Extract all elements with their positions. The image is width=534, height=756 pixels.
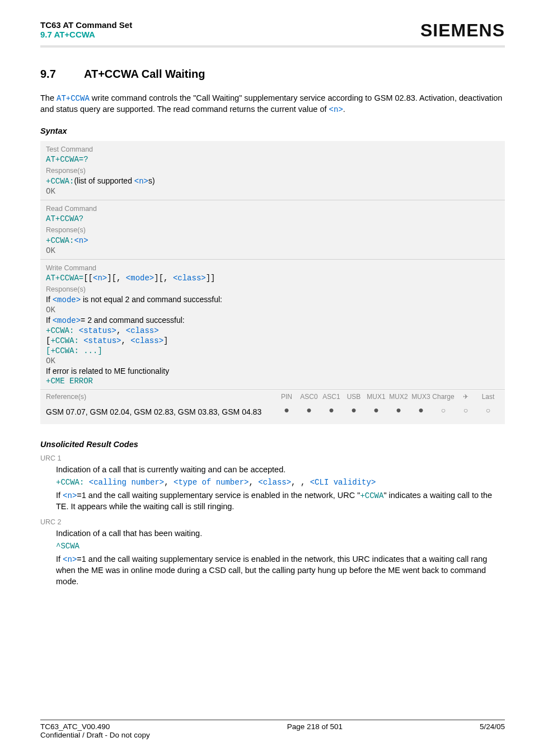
- dot-last: ○: [477, 406, 499, 415]
- test-resp-label: Response(s): [46, 165, 499, 176]
- page-header: TC63 AT Command Set 9.7 AT+CCWA SIEMENS: [40, 20, 505, 41]
- read-resp-label: Response(s): [46, 224, 499, 235]
- write-if1-a: If: [46, 295, 53, 304]
- urc1-calling[interactable]: <calling number>: [89, 478, 164, 487]
- urc1-type[interactable]: <type of number>: [174, 478, 249, 487]
- urc1-label: URC 1: [40, 454, 505, 462]
- write-cmd: AT+CCWA=[[<n>][, <mode>][, <class>]]: [46, 273, 499, 283]
- write-cme: +CME ERROR: [46, 376, 499, 386]
- footer-left1: TC63_ATC_V00.490: [40, 722, 150, 731]
- test-label: Test Command: [46, 143, 499, 154]
- dot-pin: ●: [275, 405, 298, 415]
- refs-grid-header: PIN ASC0 ASC1 USB MUX1 MUX2 MUX3 Charge …: [275, 393, 499, 401]
- intro-pre: The: [40, 93, 57, 102]
- read-cmd: AT+CCWA?: [46, 214, 499, 224]
- write-ccwa1: +CCWA:: [46, 326, 79, 335]
- refs-grid-dots: ● ● ● ● ● ● ● ○ ○ ○: [275, 405, 499, 415]
- write-mode[interactable]: <mode>: [126, 274, 154, 283]
- write-if1-b: is not equal 2 and command successful:: [81, 295, 222, 304]
- col-usb: USB: [343, 393, 365, 401]
- read-ok: OK: [46, 246, 499, 256]
- doc-title: TC63 AT Command Set: [40, 20, 132, 30]
- write-if1-mode[interactable]: <mode>: [53, 295, 81, 304]
- test-resp-pre: +CCWA:: [46, 177, 74, 186]
- urc1-body: Indication of a call that is currently w…: [40, 464, 505, 513]
- write-if2: If <mode>= 2 and command successful:: [46, 315, 499, 326]
- urc1-code-pre: +CCWA:: [56, 478, 89, 487]
- col-last: Last: [477, 393, 499, 401]
- doc-section-ref: 9.7 AT+CCWA: [40, 30, 132, 39]
- write-ok2: OK: [46, 356, 499, 366]
- write-ccwa-dots: [+CCWA: ...]: [46, 346, 499, 356]
- footer-center: Page 218 of 501: [287, 722, 343, 731]
- dot-mux1: ●: [365, 405, 387, 415]
- write-if2-b: = 2 and command successful:: [81, 316, 185, 325]
- footer-right: 5/24/05: [480, 722, 505, 731]
- test-ok: OK: [46, 186, 499, 196]
- section-number: 9.7: [40, 68, 84, 81]
- write-ok1: OK: [46, 305, 499, 315]
- urc1-p2n[interactable]: <n>: [63, 491, 77, 500]
- write-cmd-pre: AT+CCWA=: [46, 274, 83, 283]
- intro-mid: write command controls the "Call Waiting…: [40, 93, 502, 114]
- col-asc0: ASC0: [298, 393, 320, 401]
- test-resp-mid: (list of supported: [74, 176, 134, 185]
- atccwa-link[interactable]: AT+CCWA: [57, 94, 90, 103]
- section-title: AT+CCWA Call Waiting: [84, 68, 205, 80]
- dot-mux3: ●: [410, 405, 432, 415]
- urc1-p2b: =1 and the call waiting supplementary se…: [77, 491, 360, 500]
- urc1-p2c: +CCWA: [360, 491, 383, 500]
- write-status2[interactable]: <status>: [83, 336, 121, 345]
- write-status1[interactable]: <status>: [79, 326, 116, 335]
- urc1-cli[interactable]: <CLI validity>: [310, 478, 376, 487]
- urc2-p2b: =1 and the call waiting supplementary se…: [56, 555, 487, 585]
- intro-end: .: [343, 105, 345, 114]
- urc2-label: URC 2: [40, 518, 505, 526]
- read-resp-pre: +CCWA:: [46, 236, 74, 245]
- dot-usb: ●: [343, 405, 365, 415]
- col-mux3: MUX3: [410, 393, 432, 401]
- urc2-code: ^SCWA: [56, 541, 505, 552]
- page-footer: TC63_ATC_V00.490 Confidential / Draft - …: [40, 720, 505, 739]
- col-charge: Charge: [432, 393, 455, 401]
- urc1-desc: Indication of a call that is currently w…: [56, 464, 505, 476]
- urc1-p2: If <n>=1 and the call waiting supplement…: [56, 490, 505, 512]
- read-label: Read Command: [46, 203, 499, 214]
- write-class1[interactable]: <class>: [126, 326, 159, 335]
- dot-mux2: ●: [387, 405, 410, 415]
- test-resp-n[interactable]: <n>: [134, 177, 148, 186]
- refs-label: Reference(s): [46, 393, 86, 401]
- col-mux1: MUX1: [365, 393, 387, 401]
- write-ccwa-line1: +CCWA: <status>, <class>: [46, 326, 499, 336]
- write-command-block: Write Command AT+CCWA=[[<n>][, <mode>][,…: [40, 260, 505, 390]
- read-command-block: Read Command AT+CCWA? Response(s) +CCWA:…: [40, 200, 505, 260]
- urc2-desc: Indication of a call that has been waiti…: [56, 528, 505, 539]
- syntax-heading: Syntax: [40, 126, 505, 135]
- urc2-p2n[interactable]: <n>: [63, 555, 77, 564]
- col-airplane-icon: ✈: [455, 393, 477, 401]
- write-ccwa-line2: [+CCWA: <status>, <class>]: [46, 336, 499, 346]
- refs-text: GSM 07.07, GSM 02.04, GSM 02.83, GSM 03.…: [46, 405, 275, 419]
- dot-charge: ○: [432, 406, 455, 415]
- write-class2b[interactable]: <class>: [130, 336, 163, 345]
- header-rule: [40, 45, 505, 48]
- dot-asc0: ●: [298, 405, 320, 415]
- write-class[interactable]: <class>: [173, 274, 206, 283]
- siemens-logo: SIEMENS: [420, 20, 505, 41]
- urc2-body: Indication of a call that has been waiti…: [40, 528, 505, 587]
- urc2-p2: If <n>=1 and the call waiting supplement…: [56, 554, 505, 587]
- read-resp-n[interactable]: <n>: [74, 236, 88, 245]
- urc1-class[interactable]: <class>: [258, 478, 291, 487]
- test-resp: +CCWA:(list of supported <n>s): [46, 176, 499, 186]
- write-resp-label: Response(s): [46, 283, 499, 294]
- read-resp: +CCWA:<n>: [46, 235, 499, 246]
- n-link[interactable]: <n>: [329, 105, 343, 114]
- write-if2-mode[interactable]: <mode>: [53, 316, 81, 325]
- reference-row-values: GSM 07.07, GSM 02.04, GSM 02.83, GSM 03.…: [40, 403, 505, 424]
- col-asc1: ASC1: [320, 393, 343, 401]
- intro-paragraph: The AT+CCWA write command controls the "…: [40, 93, 505, 115]
- write-label: Write Command: [46, 262, 499, 273]
- section-heading: 9.7AT+CCWA Call Waiting: [40, 68, 505, 81]
- write-n[interactable]: <n>: [93, 274, 107, 283]
- col-mux2: MUX2: [387, 393, 410, 401]
